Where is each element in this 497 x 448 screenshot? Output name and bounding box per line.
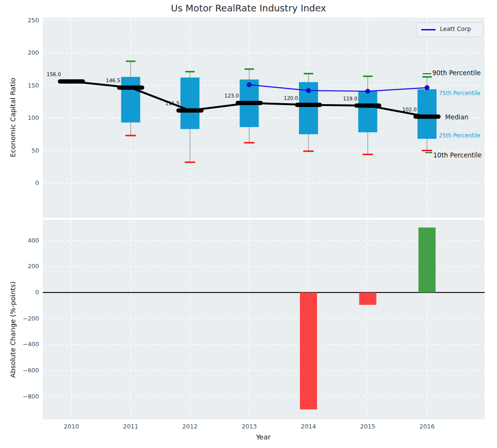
- x-tick-2015: 2015: [356, 423, 380, 430]
- top-y-tick-100: 100: [18, 114, 39, 122]
- bottom-y-tick--400: −400: [14, 341, 39, 348]
- bottom-y-tick-200: 200: [14, 263, 39, 270]
- annotation-75th-percentile: 75th Percentile: [439, 89, 480, 97]
- top-plot-area: [43, 18, 485, 218]
- annotation-25th-percentile: 25th Percentile: [439, 131, 480, 140]
- x-tick-2013: 2013: [238, 423, 261, 430]
- x-tick-2016: 2016: [415, 423, 439, 430]
- median-value-label-2015: 119.0: [343, 96, 364, 102]
- median-value-label-2014: 120.0: [284, 95, 305, 101]
- x-tick-2011: 2011: [119, 423, 143, 430]
- bottom-y-tick-400: 400: [14, 237, 39, 244]
- top-y-axis-label: Economic Capital Ratio: [8, 34, 18, 201]
- top-y-tick-250: 250: [18, 17, 39, 24]
- x-tick-2010: 2010: [60, 423, 83, 430]
- annotation-90th-percentile: 90th Percentile: [432, 68, 481, 77]
- top-y-tick-50: 50: [18, 147, 39, 155]
- bottom-y-tick--200: −200: [14, 315, 39, 322]
- annotation-10th-percentile: 10th Percentile: [433, 151, 482, 159]
- x-tick-2014: 2014: [297, 423, 320, 430]
- median-value-label-2016: 102.0: [402, 107, 423, 113]
- median-value-label-2012: 111.5: [165, 100, 186, 107]
- bottom-y-tick-0: 0: [14, 289, 39, 296]
- top-y-tick-0: 0: [18, 179, 39, 187]
- median-value-label-2010: 156.0: [47, 71, 68, 78]
- legend-label: Leatt Corp: [440, 25, 471, 32]
- legend-line-sample: [421, 29, 436, 30]
- x-tick-2012: 2012: [178, 423, 202, 430]
- median-value-label-2011: 146.5: [106, 78, 127, 84]
- legend-box: Leatt Corp: [416, 22, 483, 37]
- median-value-label-2013: 123.0: [225, 93, 246, 99]
- bottom-y-tick--800: −800: [14, 393, 39, 400]
- x-axis-label: Year: [216, 433, 311, 441]
- top-y-tick-200: 200: [18, 49, 39, 57]
- top-y-tick-150: 150: [18, 82, 39, 89]
- bottom-y-tick--600: −600: [14, 367, 39, 374]
- annotation-median: Median: [445, 113, 468, 121]
- bottom-plot-area: [43, 220, 485, 419]
- figure: Us Motor RealRate Industry Index Economi…: [0, 0, 497, 448]
- chart-title: Us Motor RealRate Industry Index: [0, 3, 497, 14]
